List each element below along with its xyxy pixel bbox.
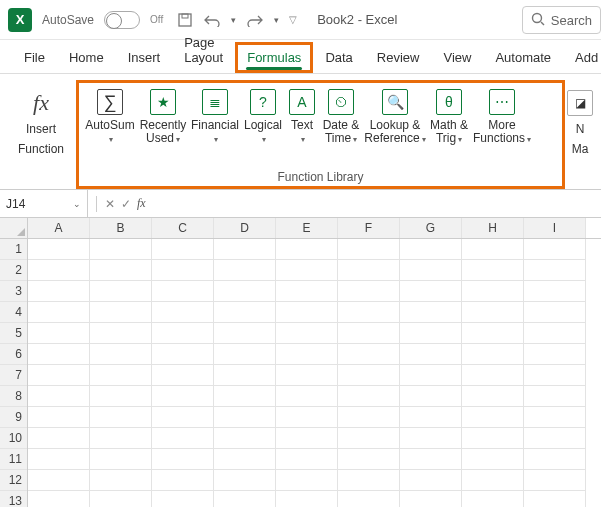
- cell[interactable]: [338, 491, 400, 507]
- cell[interactable]: [524, 302, 586, 323]
- cell[interactable]: [400, 344, 462, 365]
- cell[interactable]: [462, 239, 524, 260]
- cell[interactable]: [90, 449, 152, 470]
- cell[interactable]: [400, 323, 462, 344]
- cell[interactable]: [152, 281, 214, 302]
- cell[interactable]: [90, 365, 152, 386]
- cell[interactable]: [400, 386, 462, 407]
- cell[interactable]: [524, 470, 586, 491]
- cell[interactable]: [152, 239, 214, 260]
- cell[interactable]: [462, 365, 524, 386]
- cell[interactable]: [462, 491, 524, 507]
- cell[interactable]: [276, 239, 338, 260]
- cell[interactable]: [524, 281, 586, 302]
- cell[interactable]: [462, 449, 524, 470]
- cell[interactable]: [214, 281, 276, 302]
- col-header-E[interactable]: E: [276, 218, 338, 238]
- cell[interactable]: [400, 281, 462, 302]
- cell[interactable]: [90, 386, 152, 407]
- cell[interactable]: [214, 491, 276, 507]
- cell[interactable]: [338, 239, 400, 260]
- col-header-D[interactable]: D: [214, 218, 276, 238]
- row-header-11[interactable]: 11: [0, 449, 27, 470]
- cell[interactable]: [214, 323, 276, 344]
- cell[interactable]: [28, 491, 90, 507]
- cell[interactable]: [276, 365, 338, 386]
- cell[interactable]: [338, 428, 400, 449]
- cell[interactable]: [152, 449, 214, 470]
- more-button[interactable]: ⋯MoreFunctions▾: [471, 85, 533, 168]
- row-header-2[interactable]: 2: [0, 260, 27, 281]
- insert-function-button[interactable]: fx Insert Function: [6, 80, 76, 189]
- cell[interactable]: [28, 365, 90, 386]
- cell[interactable]: [152, 470, 214, 491]
- redo-icon[interactable]: [246, 13, 264, 27]
- row-header-4[interactable]: 4: [0, 302, 27, 323]
- cell[interactable]: [338, 365, 400, 386]
- tab-view[interactable]: View: [431, 42, 483, 73]
- cell[interactable]: [462, 386, 524, 407]
- row-header-13[interactable]: 13: [0, 491, 27, 507]
- tab-home[interactable]: Home: [57, 42, 116, 73]
- cell[interactable]: [214, 344, 276, 365]
- cell[interactable]: [90, 491, 152, 507]
- col-header-A[interactable]: A: [28, 218, 90, 238]
- tab-page-layout[interactable]: Page Layout: [172, 27, 235, 73]
- cell[interactable]: [90, 344, 152, 365]
- cell[interactable]: [214, 407, 276, 428]
- chevron-down-icon[interactable]: ▾: [274, 15, 279, 25]
- row-header-6[interactable]: 6: [0, 344, 27, 365]
- tab-insert[interactable]: Insert: [116, 42, 173, 73]
- cell[interactable]: [524, 239, 586, 260]
- cell[interactable]: [338, 302, 400, 323]
- cells-area[interactable]: [28, 239, 601, 507]
- cell[interactable]: [152, 491, 214, 507]
- tab-file[interactable]: File: [12, 42, 57, 73]
- math-button[interactable]: θMath &Trig▾: [427, 85, 471, 168]
- cell[interactable]: [338, 344, 400, 365]
- financial-button[interactable]: ≣Financial▾: [189, 85, 241, 168]
- cell[interactable]: [214, 365, 276, 386]
- cell[interactable]: [90, 407, 152, 428]
- select-all-corner[interactable]: [0, 218, 28, 239]
- col-header-H[interactable]: H: [462, 218, 524, 238]
- cell[interactable]: [524, 323, 586, 344]
- qat-overflow-icon[interactable]: ▽: [289, 14, 297, 25]
- cell[interactable]: [276, 407, 338, 428]
- logical-button[interactable]: ?Logical▾: [241, 85, 285, 168]
- cell[interactable]: [152, 386, 214, 407]
- row-header-1[interactable]: 1: [0, 239, 27, 260]
- tab-add[interactable]: Add: [563, 42, 601, 73]
- cell[interactable]: [338, 386, 400, 407]
- cell[interactable]: [462, 323, 524, 344]
- cell[interactable]: [276, 470, 338, 491]
- cell[interactable]: [90, 470, 152, 491]
- recently-button[interactable]: ★RecentlyUsed▾: [137, 85, 189, 168]
- cell[interactable]: [28, 239, 90, 260]
- cell[interactable]: [462, 260, 524, 281]
- cancel-icon[interactable]: ✕: [105, 197, 115, 211]
- cell[interactable]: [276, 428, 338, 449]
- cell[interactable]: [338, 449, 400, 470]
- cell[interactable]: [524, 386, 586, 407]
- formula-input[interactable]: [152, 190, 601, 217]
- cell[interactable]: [338, 323, 400, 344]
- chevron-down-icon[interactable]: ⌄: [73, 199, 81, 209]
- search-box[interactable]: Search: [522, 6, 601, 34]
- cell[interactable]: [152, 344, 214, 365]
- cell[interactable]: [524, 491, 586, 507]
- cell[interactable]: [400, 407, 462, 428]
- row-header-3[interactable]: 3: [0, 281, 27, 302]
- cell[interactable]: [152, 260, 214, 281]
- toggle-switch-icon[interactable]: [104, 11, 140, 29]
- cell[interactable]: [462, 281, 524, 302]
- cell[interactable]: [28, 470, 90, 491]
- cell[interactable]: [214, 449, 276, 470]
- cell[interactable]: [524, 260, 586, 281]
- row-header-7[interactable]: 7: [0, 365, 27, 386]
- cell[interactable]: [400, 470, 462, 491]
- col-header-F[interactable]: F: [338, 218, 400, 238]
- tab-formulas[interactable]: Formulas: [235, 42, 313, 73]
- cell[interactable]: [28, 281, 90, 302]
- cell[interactable]: [338, 260, 400, 281]
